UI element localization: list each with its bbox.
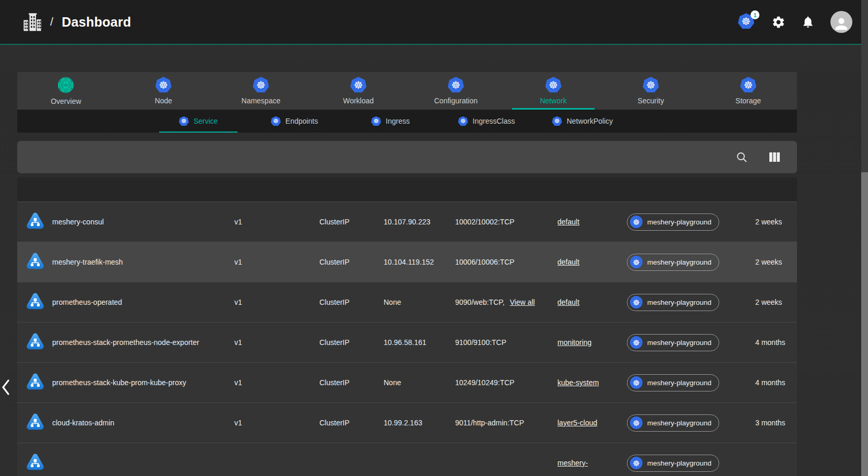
app-bar: / Dashboard ☸ 1 — [0, 0, 868, 45]
cluster-chip[interactable]: ☸ meshery-playground — [627, 455, 719, 472]
network-subtab-endpoints[interactable]: ☸ Endpoints — [246, 110, 342, 133]
namespace-link[interactable]: kube-system — [557, 378, 599, 387]
resource-tab-label: Security — [638, 97, 664, 105]
kubernetes-icon: ☸ — [156, 77, 172, 93]
namespace-link[interactable]: monitoring — [557, 338, 591, 347]
api-version-cell: v1 — [226, 258, 311, 266]
resource-tab-configuration[interactable]: ☸ Configuration — [407, 72, 505, 110]
kubernetes-icon: ☸ — [630, 457, 643, 469]
network-subtab-label: Ingress — [386, 117, 410, 125]
ports-value: 10002/10002:TCP — [455, 218, 515, 226]
cluster-cell: ☸ meshery-playground — [619, 374, 747, 391]
namespace-link[interactable]: default — [557, 258, 579, 266]
cluster-cell: ☸ meshery-playground — [619, 414, 747, 432]
page-title: Dashboard — [62, 15, 131, 30]
network-subtab-label: Service — [194, 117, 218, 125]
cluster-chip[interactable]: ☸ meshery-playground — [627, 374, 719, 391]
ports-cell: 10006/10006:TCP — [447, 258, 549, 266]
cluster-ip-cell: 10.96.58.161 — [375, 338, 447, 347]
table-row[interactable]: prometheus-operated v1 ClusterIP None 90… — [17, 282, 797, 322]
resource-tabs-card: ☸ Overview ☸ Node — [17, 72, 797, 133]
resource-tab-namespace[interactable]: ☸ Namespace — [212, 72, 310, 110]
cluster-chip-label: meshery-playground — [647, 419, 711, 427]
organization-building-icon[interactable] — [23, 12, 42, 32]
network-subtab-label: Endpoints — [286, 117, 318, 125]
table-row[interactable]: prometheus-stack-kube-prom-kube-proxy v1… — [17, 362, 797, 402]
name-cell: prometheus-stack-kube-prom-kube-proxy — [17, 373, 226, 393]
namespace-cell: default — [549, 298, 619, 306]
table-row[interactable]: meshery-consul v1 ClusterIP 10.107.90.22… — [17, 201, 797, 242]
ports-value: 10006/10006:TCP — [455, 258, 515, 266]
resource-tab-workload[interactable]: ☸ Workload — [310, 72, 407, 110]
service-name: prometheus-stack-prometheus-node-exporte… — [52, 338, 199, 347]
kubernetes-icon: ☸ — [630, 216, 643, 228]
namespace-link[interactable]: layer5-cloud — [557, 419, 597, 427]
namespace-link[interactable]: default — [557, 298, 579, 306]
app-bar-actions: ☸ 1 — [738, 11, 852, 33]
avatar[interactable] — [830, 11, 852, 33]
breadcrumb: / Dashboard — [23, 12, 131, 32]
type-cell: ClusterIP — [311, 298, 375, 306]
vertical-scrollbar — [861, 0, 868, 476]
table-row[interactable]: meshery- ☸ meshery-playground — [17, 443, 797, 476]
cluster-ip-cell: 10.104.119.152 — [375, 258, 447, 266]
namespace-link[interactable]: meshery- — [557, 459, 588, 467]
network-subtab-ingress[interactable]: ☸ Ingress — [342, 110, 438, 133]
age-cell: 4 months — [747, 378, 797, 387]
chevron-left-icon[interactable] — [2, 379, 10, 398]
service-icon — [26, 332, 45, 353]
resource-tab-network[interactable]: ☸ Network — [505, 72, 602, 110]
age-cell: 2 weeks — [747, 258, 797, 266]
scrollbar-thumb[interactable] — [861, 172, 868, 476]
resource-tab-security[interactable]: ☸ Security — [602, 72, 700, 110]
cluster-ip-cell: None — [375, 298, 447, 306]
ports-view-all-link[interactable]: View all — [510, 298, 535, 306]
cluster-chip[interactable]: ☸ meshery-playground — [627, 414, 719, 432]
ports-value: 9090/web:TCP, — [455, 298, 505, 306]
namespace-cell: kube-system — [549, 378, 619, 387]
view-columns-icon[interactable] — [769, 151, 780, 163]
kubernetes-icon: ☸ — [552, 116, 562, 126]
service-name: meshery-traefik-mesh — [52, 258, 123, 266]
table-row[interactable]: meshery-traefik-mesh v1 ClusterIP 10.104… — [17, 242, 797, 282]
namespace-cell: meshery- — [549, 459, 619, 467]
cluster-chip[interactable]: ☸ meshery-playground — [627, 254, 719, 271]
type-cell: ClusterIP — [311, 338, 375, 347]
cluster-cell: ☸ meshery-playground — [619, 334, 747, 351]
kubernetes-context-icon[interactable]: ☸ 1 — [738, 13, 756, 31]
breadcrumb-separator: / — [50, 15, 53, 29]
bell-icon[interactable] — [801, 15, 815, 29]
type-cell: ClusterIP — [311, 419, 375, 427]
service-name: prometheus-stack-kube-prom-kube-proxy — [52, 378, 186, 387]
table-header-row — [17, 177, 797, 201]
namespace-cell: monitoring — [549, 338, 619, 347]
name-cell: prometheus-operated — [17, 292, 226, 313]
api-version-cell: v1 — [226, 378, 311, 387]
search-icon[interactable] — [735, 151, 748, 163]
table-row[interactable]: cloud-kratos-admin v1 ClusterIP 10.99.2.… — [17, 402, 797, 443]
kubernetes-icon: ☸ — [253, 77, 269, 93]
gear-icon[interactable] — [771, 15, 786, 29]
network-subtab-networkpolicy[interactable]: ☸ NetworkPolicy — [534, 110, 631, 133]
resource-tab-node[interactable]: ☸ Node — [115, 72, 212, 110]
ports-cell: 9011/http-admin:TCP — [447, 419, 549, 427]
ports-cell: 10249/10249:TCP — [447, 378, 549, 387]
api-version-cell: v1 — [226, 218, 311, 226]
table-row[interactable]: prometheus-stack-prometheus-node-exporte… — [17, 322, 797, 362]
kubernetes-icon: ☸ — [350, 77, 366, 93]
cluster-chip[interactable]: ☸ meshery-playground — [627, 294, 719, 311]
type-cell: ClusterIP — [311, 218, 375, 226]
resource-tab-overview[interactable]: ☸ Overview — [17, 72, 115, 110]
service-name: prometheus-operated — [52, 298, 122, 306]
namespace-cell: default — [549, 258, 619, 266]
name-cell: cloud-kratos-admin — [17, 413, 226, 433]
cluster-chip[interactable]: ☸ meshery-playground — [627, 213, 719, 231]
name-cell: meshery-consul — [17, 212, 226, 232]
cluster-chip[interactable]: ☸ meshery-playground — [627, 334, 719, 351]
network-subtab-service[interactable]: ☸ Service — [150, 110, 246, 133]
kubernetes-icon: ☸ — [371, 116, 381, 126]
cluster-chip-label: meshery-playground — [647, 218, 711, 226]
resource-tab-storage[interactable]: ☸ Storage — [699, 72, 797, 110]
namespace-link[interactable]: default — [557, 218, 579, 226]
network-subtab-ingressclass[interactable]: ☸ IngressClass — [438, 110, 534, 133]
